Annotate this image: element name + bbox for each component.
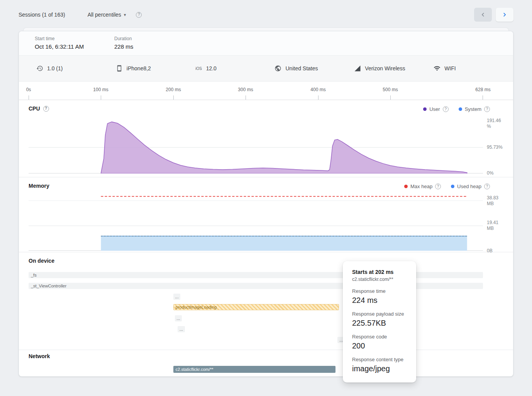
trace-bar-collapsed[interactable]: ... [175,315,182,321]
trace-bar-collapsed[interactable]: ... [173,294,181,300]
on-device-title-label: On device [29,258,54,264]
cpu-section-title: CPU ? [29,105,49,112]
network-section-title: Network [29,353,50,359]
max-heap-help-icon[interactable]: ? [435,184,441,189]
tooltip-field-value: 224 ms [352,296,407,305]
user-legend-label: User [429,106,440,112]
max-heap-series-dot [404,185,408,188]
network-title-label: Network [29,353,50,359]
cpu-legend: User ? System ? [423,106,490,112]
device-model-icon [116,65,123,72]
timeline-tick-label: 200 ms [166,87,181,92]
system-series-dot [459,107,462,111]
user-help-icon[interactable]: ? [443,106,449,112]
timeline-tick-label: 300 ms [238,87,253,92]
on-device-section: On device _fs _st_ViewController ... pro… [19,252,513,350]
request-tooltip: Starts at 202 ms c2.staticflickr.com/** … [343,261,416,382]
cpu-axis-zero: 0% [487,170,493,176]
radio-label: WIFI [444,65,456,71]
device-attributes: 1.0 (1) iPhone8,2 iOS 12.0 United States… [19,56,513,82]
percentiles-dropdown[interactable]: All percentiles ▾ [88,12,126,18]
timeline-tick-mark [101,95,101,100]
timeline-ruler: 0s 100 ms 200 ms 300 ms 400 ms 500 ms 62… [19,82,513,100]
chevron-right-icon [501,11,508,19]
tooltip-field-label: Response content type [352,357,407,362]
country: United States [274,65,354,72]
os-version: iOS 12.0 [195,65,275,71]
app-version-icon [36,65,43,72]
start-time-value: Oct 16, 6:32:11 AM [35,43,114,50]
carrier-label: Verizon Wireless [365,65,405,71]
timeline-tick-mark [483,95,483,100]
trace-bar-collapsed[interactable]: ... [178,326,185,332]
memory-section-title: Memory [29,183,49,189]
timeline-tick-label: 500 ms [383,87,398,92]
session-nav [474,8,513,22]
network-request-bar[interactable]: c2.staticflickr.com/** [173,366,335,373]
session-summary: Start time Oct 16, 6:32:11 AM Duration 2… [19,31,513,56]
tooltip-field-value: 200 [352,342,407,350]
country-icon [274,65,281,72]
system-legend-label: System [465,106,481,112]
memory-axis-mid: 19.41MB [487,220,498,231]
prev-session-button[interactable] [474,8,492,22]
percentiles-dropdown-label: All percentiles [88,12,121,18]
timeline-tick-mark [29,95,29,100]
tooltip-field-label: Response time [352,288,407,294]
memory-section: Memory Max heap ? Used heap ? 38.83MB 19… [19,177,513,252]
duration-label: Duration [114,36,194,41]
next-session-button[interactable] [496,8,513,22]
memory-chart[interactable] [29,192,483,251]
cpu-title-label: CPU [29,105,40,112]
start-time-label: Start time [35,36,114,41]
trace-bar-product-image-loading[interactable]: productImageLoading [173,304,339,310]
cpu-section: CPU ? User ? System ? 191.46% 95.73% 0% [19,100,513,177]
carrier-icon [354,65,361,72]
toolbar: Sessions (1 of 163) All percentiles ▾ ? [0,0,532,29]
duration-block: Duration 228 ms [114,36,194,55]
timeline-tick-mark [390,95,391,100]
timeline-tick-label: 0s [26,87,31,92]
tooltip-field-value: 225.57KB [352,319,407,328]
start-time-block: Start time Oct 16, 6:32:11 AM [35,36,114,55]
cpu-user-area[interactable] [101,122,467,173]
memory-title-label: Memory [29,183,49,189]
memory-legend: Max heap ? Used heap ? [404,184,490,189]
timeline-tick-mark [246,95,246,100]
memory-axis-max: 38.83MB [487,195,498,207]
app-version: 1.0 (1) [36,65,116,72]
session-card: Start time Oct 16, 6:32:11 AM Duration 2… [19,31,513,377]
radio: WIFI [434,65,513,72]
cpu-help-icon[interactable]: ? [43,106,49,112]
timeline-tick-mark [173,95,174,100]
on-device-section-title: On device [29,258,54,264]
used-heap-band[interactable] [101,236,467,251]
max-heap-legend-label: Max heap [410,184,432,189]
tooltip-field-value: image/jpeg [352,364,407,373]
tooltip-url: c2.staticflickr.com/** [352,277,407,282]
device-model: iPhone8,2 [116,65,195,72]
used-heap-series-dot [451,185,454,188]
country-label: United States [285,65,318,71]
sessions-help-icon[interactable]: ? [136,12,142,18]
timeline-tick-label: 628 ms [475,87,490,92]
os-version-icon: iOS [195,66,202,71]
cpu-chart[interactable] [29,118,483,173]
os-version-label: 12.0 [206,65,217,71]
chevron-down-icon: ▾ [124,12,126,17]
duration-value: 228 ms [114,43,194,50]
timeline-tick-mark [318,95,319,100]
cpu-axis-mid: 95.73% [487,144,503,150]
system-help-icon[interactable]: ? [484,106,490,112]
used-heap-legend-label: Used heap [457,184,481,189]
timeline-tick-label: 100 ms [93,87,108,92]
user-series-dot [423,107,427,111]
wifi-icon [434,65,441,72]
sessions-count-label: Sessions (1 of 163) [19,12,65,18]
timeline-tick-label: 400 ms [310,87,325,92]
tooltip-field-label: Response payload size [352,311,407,317]
tooltip-title: Starts at 202 ms [352,269,407,275]
network-section: Network c2.staticflickr.com/** [19,350,513,377]
tooltip-field-label: Response code [352,334,407,340]
used-heap-help-icon[interactable]: ? [484,184,490,189]
